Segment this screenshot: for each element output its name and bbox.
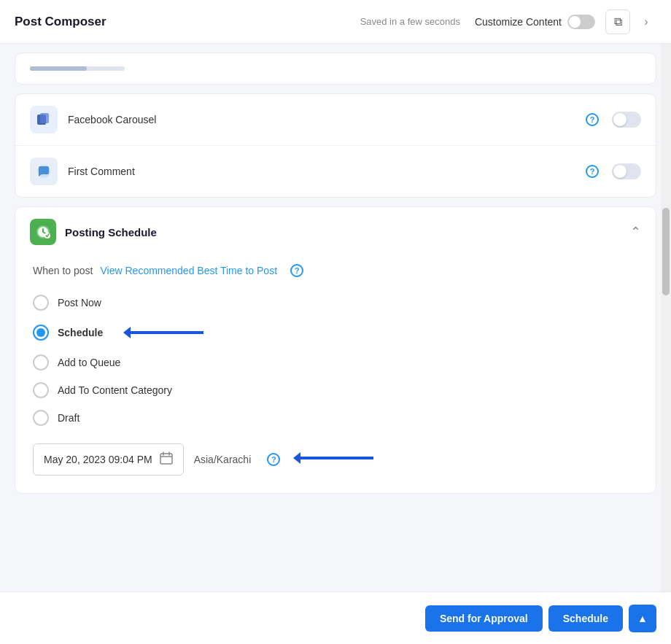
progress-bar-fill	[30, 66, 87, 71]
posting-schedule-header[interactable]: Posting Schedule ⌃	[15, 207, 656, 257]
best-time-help-icon[interactable]: ?	[290, 264, 303, 277]
svg-marker-12	[293, 452, 300, 464]
radio-schedule-label: Schedule	[58, 327, 103, 338]
radio-post-now-label: Post Now	[58, 297, 101, 309]
app-header: Post Composer Saved in a few seconds Cus…	[0, 0, 671, 44]
radio-schedule[interactable]: Schedule	[33, 317, 638, 349]
radio-add-to-queue[interactable]: Add to Queue	[33, 349, 638, 376]
first-comment-label: First Comment	[68, 166, 580, 177]
chevron-up-icon: ⌃	[630, 224, 641, 240]
first-comment-toggle[interactable]	[612, 163, 641, 179]
main-content: Facebook Carousel ? First Comment ?	[0, 44, 671, 591]
radio-add-to-queue-label: Add to Queue	[58, 357, 120, 368]
datetime-value: May 20, 2023 09:04 PM	[44, 454, 152, 465]
radio-draft-label: Draft	[58, 412, 79, 424]
app-title: Post Composer	[15, 15, 106, 29]
when-to-post-row: When to post View Recommended Best Time …	[33, 264, 638, 277]
facebook-carousel-label: Facebook Carousel	[68, 114, 580, 125]
when-to-post-label: When to post	[33, 265, 93, 276]
posting-schedule-title: Posting Schedule	[65, 226, 630, 238]
scroll-thumb[interactable]	[662, 208, 670, 295]
calendar-icon	[160, 451, 173, 468]
facebook-carousel-row: Facebook Carousel ?	[15, 94, 656, 146]
schedule-arrow-indicator	[123, 322, 211, 343]
chevron-up-button[interactable]: ▲	[629, 605, 656, 632]
first-comment-icon	[30, 158, 58, 185]
timezone-label: Asia/Karachi	[194, 454, 252, 465]
radio-draft[interactable]: Draft	[33, 404, 638, 432]
copy-icon: ⧉	[614, 15, 622, 28]
radio-add-to-content-category-circle	[33, 382, 49, 398]
first-comment-help-icon[interactable]: ?	[586, 165, 599, 178]
svg-rect-1	[40, 113, 49, 123]
timezone-help-icon[interactable]: ?	[267, 453, 280, 466]
chevron-right-icon: ›	[644, 15, 648, 28]
saved-status: Saved in a few seconds	[360, 16, 460, 27]
send-for-approval-button[interactable]: Send for Approval	[425, 605, 543, 632]
datetime-row: May 20, 2023 09:04 PM Asia/Karachi ?	[33, 443, 638, 476]
radio-add-to-content-category-label: Add To Content Category	[58, 384, 172, 396]
radio-add-to-content-category[interactable]: Add To Content Category	[33, 376, 638, 404]
expand-button[interactable]: ›	[636, 12, 656, 32]
svg-rect-7	[160, 454, 172, 464]
radio-draft-circle	[33, 410, 49, 426]
customize-content-toggle[interactable]	[567, 15, 595, 29]
posting-schedule-body: When to post View Recommended Best Time …	[15, 257, 656, 493]
footer: Send for Approval Schedule ▲	[0, 591, 671, 644]
radio-post-now[interactable]: Post Now	[33, 289, 638, 317]
facebook-carousel-toggle[interactable]	[612, 112, 641, 128]
facebook-carousel-help-icon[interactable]: ?	[586, 113, 599, 126]
scrollbar[interactable]	[661, 44, 671, 591]
first-comment-row: First Comment ?	[15, 146, 656, 197]
best-time-link[interactable]: View Recommended Best Time to Post	[101, 265, 278, 276]
radio-add-to-queue-circle	[33, 354, 49, 371]
progress-card	[15, 53, 656, 85]
timezone-arrow-indicator	[293, 448, 381, 471]
radio-schedule-circle	[33, 325, 49, 341]
datetime-input[interactable]: May 20, 2023 09:04 PM	[33, 443, 184, 476]
posting-schedule-icon	[30, 219, 56, 245]
features-card: Facebook Carousel ? First Comment ?	[15, 93, 656, 198]
posting-schedule-card: Posting Schedule ⌃ When to post View Rec…	[15, 206, 656, 494]
facebook-carousel-icon	[30, 106, 58, 133]
customize-content-toggle-group: Customize Content	[475, 15, 595, 29]
progress-bar-track	[30, 66, 125, 71]
svg-marker-6	[123, 327, 131, 338]
radio-post-now-circle	[33, 295, 49, 311]
schedule-button[interactable]: Schedule	[548, 605, 623, 632]
copy-button[interactable]: ⧉	[605, 9, 630, 34]
chevron-up-icon: ▲	[637, 613, 648, 624]
customize-content-label: Customize Content	[475, 16, 562, 28]
